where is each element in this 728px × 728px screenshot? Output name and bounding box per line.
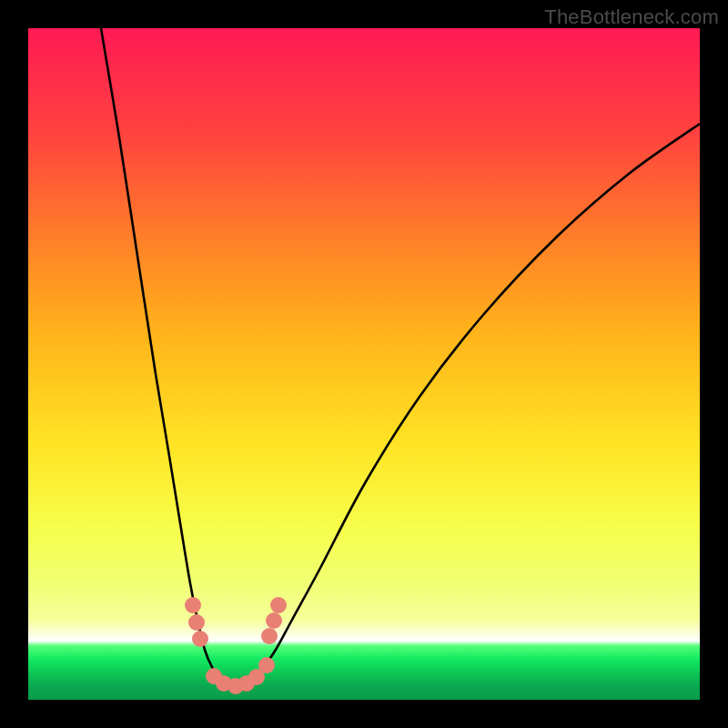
- curve-marker: [188, 614, 205, 631]
- chart-plot-area: [28, 28, 700, 700]
- curve-marker: [192, 631, 208, 647]
- watermark-text: TheBottleneck.com: [544, 5, 719, 29]
- bottleneck-curve-svg: [28, 28, 700, 700]
- curve-marker: [266, 612, 282, 629]
- curve-marker-group: [185, 597, 287, 694]
- curve-marker: [270, 597, 287, 613]
- curve-marker: [261, 628, 278, 644]
- curve-marker: [258, 657, 275, 673]
- bottleneck-curve-path: [101, 28, 700, 686]
- curve-marker: [185, 597, 201, 613]
